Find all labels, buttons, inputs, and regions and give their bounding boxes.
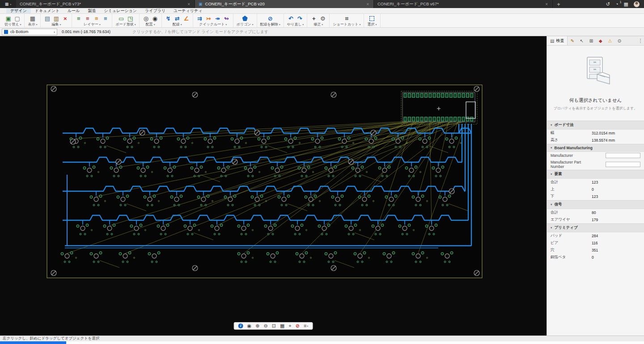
- undo-icon[interactable]: ↶: [288, 15, 294, 22]
- layer-bottom-icon[interactable]: ≡: [84, 15, 91, 22]
- app-menu-button[interactable]: ▦ ▾: [0, 0, 16, 8]
- toolbar-group-label[interactable]: ポリゴン▾: [237, 22, 254, 27]
- toolbar-group-label[interactable]: クイックルート▾: [199, 22, 227, 27]
- hierarchy-icon[interactable]: ⊞: [586, 36, 596, 45]
- wrench-icon[interactable]: ⚙: [319, 15, 326, 22]
- toolbar-group: ▭◳ボード形状▾: [112, 14, 139, 27]
- toolbar-group-label[interactable]: 配線▾: [173, 22, 182, 27]
- redo-icon[interactable]: ↷: [297, 15, 303, 22]
- toolbar-group: ポリゴン▾: [233, 14, 257, 27]
- property-input[interactable]: [606, 162, 640, 167]
- property-row: エアワイヤ179: [547, 216, 644, 223]
- toolbar-group-label[interactable]: ショートカット▾: [333, 22, 360, 27]
- chevron-down-icon: ▾: [551, 172, 552, 176]
- pcb-canvas[interactable]: i◉⊕⊖⊡▦+⊘≡▾: [0, 36, 547, 336]
- menu-item-7[interactable]: ユーティリティ: [169, 8, 206, 13]
- toolbar-group-label[interactable]: やり直し▾: [287, 22, 304, 27]
- layer-settings-icon[interactable]: ≡: [102, 15, 109, 22]
- menu-item-5[interactable]: シミュレーション: [100, 8, 141, 13]
- info-icon[interactable]: i: [238, 323, 243, 328]
- document-tab[interactable]: CONERI_キーボード_PCB v73*×: [16, 0, 195, 8]
- history-icon[interactable]: ↺: [606, 2, 610, 7]
- menu-item-6[interactable]: ライブラリ: [141, 8, 169, 13]
- bottom-strip: [0, 341, 644, 344]
- toolbar-group-label[interactable]: 表示▾: [28, 22, 37, 27]
- toolbar-group-label[interactable]: 編集▾: [51, 22, 61, 27]
- toolbar-group-label[interactable]: 切り替え▾: [4, 22, 21, 27]
- cursor-icon[interactable]: ↖: [577, 36, 586, 45]
- layer-selector[interactable]: cb Bottom ▾: [2, 29, 57, 35]
- zoom-out-icon[interactable]: ⊖: [263, 323, 267, 328]
- route-manual-icon[interactable]: ↯: [165, 15, 172, 22]
- menu-item-3[interactable]: ルール: [64, 8, 84, 13]
- search-icon[interactable]: ⊙: [614, 36, 624, 45]
- user-avatar[interactable]: [634, 1, 640, 7]
- property-row: 銅箔ベタ0: [547, 254, 644, 261]
- place-component-icon[interactable]: ◎: [143, 15, 149, 22]
- section-header[interactable]: ▾プリミティブ: [547, 223, 644, 232]
- document-tab[interactable]: CONERI_キーボード_PCB v67*×: [374, 0, 553, 8]
- toolbar-group-label[interactable]: レイヤー▾: [84, 22, 101, 27]
- place-array-icon[interactable]: ◉: [152, 15, 158, 22]
- delete-icon[interactable]: ×: [62, 15, 68, 22]
- grid-settings-icon[interactable]: ▦: [280, 323, 284, 328]
- board-corner-icon[interactable]: ◳: [127, 15, 134, 22]
- move-icon[interactable]: +: [310, 15, 317, 22]
- switch-schematic-icon[interactable]: ▢: [14, 15, 21, 22]
- unroute-icon[interactable]: ⊘: [267, 15, 274, 22]
- layer-all-icon[interactable]: ≡: [93, 15, 100, 22]
- section-header[interactable]: ▾信号: [547, 200, 644, 209]
- zoom-fit-icon[interactable]: ⊡: [272, 323, 276, 328]
- document-tabbar: ▦ ▾ CONERI_キーボード_PCB v73*×▣CONERI_キーボード_…: [0, 0, 644, 8]
- menu-item-2[interactable]: ドキュメント: [31, 8, 64, 13]
- copy-icon[interactable]: ▤: [44, 15, 51, 22]
- quickroute-bus-icon[interactable]: ↠: [214, 15, 221, 22]
- menu-item-4[interactable]: 製造: [84, 8, 100, 13]
- close-icon[interactable]: ×: [365, 2, 370, 7]
- section-header[interactable]: ▾ボード寸法: [547, 121, 644, 130]
- properties-panel-tabs: ▤ 検査 ✎↖⊞◆⚠⊙⋮: [547, 36, 644, 46]
- close-icon[interactable]: ×: [186, 2, 191, 7]
- warning-icon[interactable]: ⚠: [605, 36, 614, 45]
- route-angle-icon[interactable]: ∠: [183, 15, 190, 22]
- toolbar-group-label[interactable]: 配置▾: [146, 22, 155, 27]
- zoom-in-icon[interactable]: ⊕: [255, 323, 259, 328]
- toolbar-group-label[interactable]: 選択▾: [367, 22, 377, 27]
- layer-top-icon[interactable]: ≡: [75, 15, 82, 22]
- status-hint-text: 左クリックし、斜めにドラッグしてオブジェクトを選択: [3, 336, 99, 341]
- menu-item-1[interactable]: デザイン: [6, 8, 31, 13]
- board-outline-icon[interactable]: ▭: [118, 15, 125, 22]
- paint-icon[interactable]: ✎: [568, 36, 577, 45]
- paste-icon[interactable]: ▥: [53, 15, 59, 22]
- disable-icon[interactable]: ⊘: [296, 323, 300, 328]
- layer-visibility-icon[interactable]: ≡▾: [304, 323, 308, 328]
- command-line-input[interactable]: [132, 29, 539, 35]
- visibility-icon[interactable]: ◉: [247, 323, 252, 328]
- select-rect-icon[interactable]: [369, 15, 375, 22]
- toolbar-group-label[interactable]: 修正▾: [314, 22, 323, 27]
- grid-display-icon[interactable]: ▦: [29, 15, 36, 22]
- quickroute-fanout-icon[interactable]: ↬: [223, 15, 230, 22]
- apps-icon[interactable]: ▦: [624, 2, 628, 7]
- library-icon[interactable]: ◆: [596, 36, 605, 45]
- toolbar-group-label-text: 編集: [51, 22, 59, 27]
- toolbar-group-label[interactable]: 配線を解除▾: [260, 22, 280, 27]
- close-icon[interactable]: ×: [544, 2, 549, 7]
- notification-icon[interactable]: ◔1: [615, 2, 619, 7]
- route-diffpair-icon[interactable]: ⇄: [174, 15, 181, 22]
- tab-inspect[interactable]: ▤ 検査: [547, 36, 568, 45]
- pan-icon[interactable]: +: [288, 323, 291, 328]
- section-header[interactable]: ▾要素: [547, 170, 644, 179]
- new-tab-button[interactable]: +: [553, 0, 564, 8]
- switch-board-icon[interactable]: ▣: [5, 15, 12, 22]
- property-input[interactable]: [606, 153, 640, 158]
- quickroute-signal-icon[interactable]: ↣: [205, 15, 212, 22]
- overflow-menu-icon[interactable]: ⋮: [637, 36, 644, 45]
- quickroute-icon[interactable]: ⇉: [196, 15, 203, 22]
- toolbar-group-label[interactable]: ボード形状▾: [115, 22, 136, 27]
- file-cabinet-illustration: [578, 55, 613, 90]
- document-tab[interactable]: ▣CONERI_キーボード_PCB v20×: [195, 0, 374, 8]
- shortcut-keyboard-icon[interactable]: ⌗: [343, 15, 350, 22]
- polygon-icon[interactable]: [242, 15, 248, 22]
- section-header[interactable]: ▾Board Manufacturing: [547, 144, 644, 152]
